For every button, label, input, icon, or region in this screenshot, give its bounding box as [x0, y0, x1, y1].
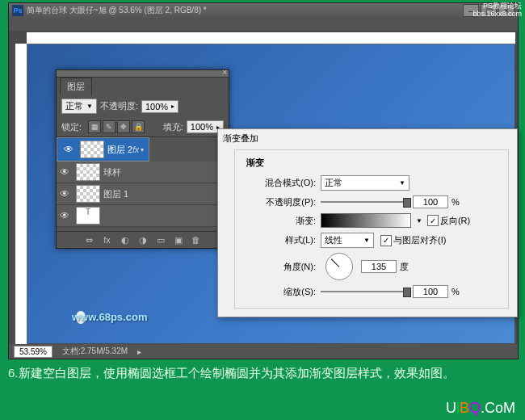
- trash-icon[interactable]: 🗑: [190, 233, 203, 246]
- blend-mode-label: 混合模式(O):: [243, 177, 316, 189]
- scale-label: 缩放(S):: [243, 286, 316, 298]
- reverse-checkbox[interactable]: ✓: [427, 215, 439, 226]
- visibility-eye-icon[interactable]: 👁: [61, 144, 77, 155]
- opacity-field[interactable]: 100%▸: [141, 100, 178, 113]
- panel-close-icon[interactable]: ×: [222, 68, 227, 77]
- watermark-text: www.68ps.com: [72, 311, 147, 323]
- lock-transparency-icon[interactable]: ▦: [88, 120, 101, 133]
- link-icon[interactable]: ⇔: [83, 233, 96, 246]
- blend-mode-select[interactable]: 正常▼: [321, 175, 410, 191]
- reverse-label: 反向(R): [440, 215, 470, 227]
- adjustment-icon[interactable]: ◑: [136, 233, 149, 246]
- lock-position-icon[interactable]: ✥: [117, 120, 130, 133]
- fx-icon[interactable]: fx: [101, 233, 114, 246]
- ruler-vertical[interactable]: [15, 44, 27, 344]
- chevron-down-icon: ▼: [399, 179, 405, 187]
- angle-label: 角度(N):: [243, 261, 316, 273]
- opacity-label: 不透明度:: [100, 100, 138, 112]
- style-label: 样式(L):: [243, 234, 316, 246]
- new-layer-icon[interactable]: ▣: [172, 233, 185, 246]
- visibility-eye-icon[interactable]: 👁: [57, 188, 73, 200]
- gradient-section-label: 渐变: [243, 155, 500, 170]
- layer-thumbnail[interactable]: [76, 163, 100, 181]
- zoom-field[interactable]: 53.59%: [14, 346, 52, 358]
- tutorial-caption: 6.新建空白图层，使用椭圆选框工个绘制椭圆并为其添加渐变图层样式，效果如图。: [8, 363, 517, 383]
- layer-thumbnail[interactable]: [76, 185, 100, 203]
- layer-row[interactable]: 👁 T: [57, 205, 229, 227]
- chevron-right-icon[interactable]: ▸: [137, 347, 141, 356]
- fx-badge[interactable]: fx: [132, 145, 139, 154]
- opacity-label: 不透明度(P):: [243, 196, 316, 208]
- dialog-title: 渐变叠加: [218, 129, 517, 148]
- lock-label: 锁定:: [61, 121, 82, 133]
- align-label: 与图层对齐(I): [393, 234, 446, 246]
- align-checkbox[interactable]: ✓: [380, 235, 392, 246]
- style-select[interactable]: 线性▼: [321, 233, 374, 248]
- menubar[interactable]: [9, 18, 518, 31]
- layer-thumbnail[interactable]: T: [76, 207, 100, 225]
- gradient-label: 渐变:: [243, 215, 316, 227]
- lock-pixels-icon[interactable]: ✎: [103, 120, 116, 133]
- statusbar: 53.59% 文档:2.75M/5.32M ▸: [9, 344, 518, 359]
- layer-name[interactable]: 图层 2: [107, 144, 132, 156]
- layers-tab[interactable]: 图层: [60, 78, 92, 95]
- visibility-eye-icon[interactable]: 👁: [57, 166, 73, 178]
- angle-value[interactable]: 135: [361, 260, 397, 273]
- forum-badge: PS教程论坛 bbs.16xx8.com: [472, 2, 522, 18]
- scale-value[interactable]: 100: [413, 285, 448, 298]
- photoshop-window: Ps 简单的台球 大眼仔~旭 @ 53.6% (图层 2, RGB/8) * –…: [8, 2, 519, 359]
- scale-slider[interactable]: [321, 286, 410, 297]
- chevron-down-icon: ▼: [86, 103, 93, 110]
- layer-name[interactable]: 球杆: [103, 166, 121, 178]
- lock-all-icon[interactable]: 🔒: [132, 120, 145, 133]
- titlebar[interactable]: Ps 简单的台球 大眼仔~旭 @ 53.6% (图层 2, RGB/8) * –…: [9, 3, 518, 18]
- layer-row[interactable]: 👁 图层 2 fx▾: [57, 137, 149, 162]
- app-icon: Ps: [12, 5, 23, 16]
- site-watermark: UiBQ.CoM: [446, 400, 515, 417]
- opacity-slider[interactable]: [321, 196, 410, 208]
- panel-footer: ⇔ fx ◐ ◑ ▭ ▣ 🗑: [57, 231, 229, 248]
- chevron-down-icon[interactable]: ▼: [416, 217, 422, 225]
- layer-name[interactable]: 图层 1: [103, 188, 128, 200]
- chevron-down-icon[interactable]: ▾: [141, 146, 144, 153]
- blend-mode-select[interactable]: 正常▼: [61, 99, 97, 114]
- opacity-value[interactable]: 100: [413, 195, 448, 208]
- layer-thumbnail[interactable]: [80, 141, 104, 158]
- gradient-swatch[interactable]: [321, 213, 411, 228]
- fill-label: 填充:: [163, 121, 183, 133]
- layers-panel[interactable]: × 图层 正常▼ 不透明度: 100%▸ 锁定: ▦ ✎ ✥ 🔒 填充: 100…: [56, 69, 229, 249]
- visibility-eye-icon[interactable]: 👁: [57, 210, 73, 221]
- angle-dial[interactable]: [326, 253, 353, 280]
- mask-icon[interactable]: ◐: [119, 233, 132, 246]
- layer-row[interactable]: 👁 球杆: [57, 162, 229, 183]
- panel-header[interactable]: ×: [57, 70, 229, 78]
- ruler-horizontal[interactable]: [27, 32, 515, 44]
- layer-style-dialog[interactable]: 渐变叠加 渐变 混合模式(O): 正常▼ 不透明度(P): 100 % 渐变: …: [217, 128, 518, 317]
- folder-icon[interactable]: ▭: [154, 233, 167, 246]
- window-title: 简单的台球 大眼仔~旭 @ 53.6% (图层 2, RGB/8) *: [27, 5, 207, 16]
- chevron-down-icon: ▼: [363, 237, 370, 244]
- doc-info: 文档:2.75M/5.32M: [62, 346, 128, 357]
- layer-row[interactable]: 👁 图层 1: [57, 183, 229, 205]
